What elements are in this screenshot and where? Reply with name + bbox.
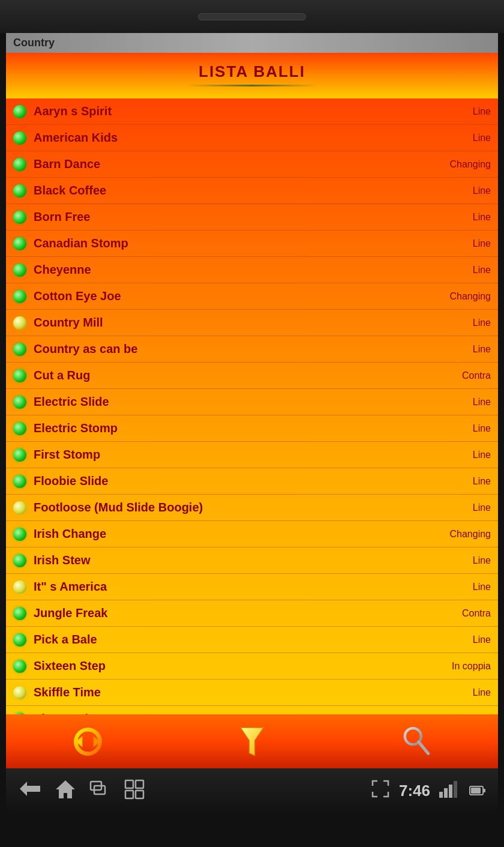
status-dot (13, 607, 26, 620)
status-dot (13, 660, 26, 673)
list-item[interactable]: American KidsLine (6, 125, 498, 151)
dance-type: Line (473, 582, 491, 592)
status-dot (13, 475, 26, 488)
svg-rect-13 (439, 792, 443, 798)
signal-strength (439, 781, 460, 801)
dance-type: Line (473, 212, 491, 223)
status-dot (13, 396, 26, 409)
dance-type: Changing (450, 291, 491, 302)
dance-type: Changing (450, 529, 491, 540)
list-item[interactable]: Sky BumbussContra (6, 706, 498, 714)
dance-name: Born Free (34, 210, 473, 224)
status-dot (13, 369, 26, 382)
list-item[interactable]: Canadian StompLine (6, 231, 498, 257)
dance-name: Electric Stomp (34, 421, 473, 435)
list-item[interactable]: Floobie SlideLine (6, 468, 498, 495)
list-item[interactable]: Jungle FreakContra (6, 600, 498, 627)
dance-list[interactable]: Aaryn s SpiritLineAmerican KidsLineBarn … (6, 98, 498, 714)
list-item[interactable]: Electric StompLine (6, 415, 498, 442)
list-item[interactable]: CheyenneLine (6, 257, 498, 283)
list-item[interactable]: Sixteen StepIn coppia (6, 653, 498, 680)
dance-name: Electric Slide (34, 395, 473, 409)
dance-type: Contra (462, 714, 491, 715)
dance-name: American Kids (34, 131, 473, 145)
list-item[interactable]: Irish ChangeChanging (6, 521, 498, 547)
status-dot (13, 501, 26, 514)
dance-name: Cotton Eye Joe (34, 289, 450, 303)
status-dot (13, 158, 26, 171)
dance-type: Line (473, 423, 491, 434)
category-header: Country (6, 33, 498, 53)
search-button[interactable] (392, 720, 440, 762)
refresh-button[interactable] (64, 720, 112, 762)
status-dot (13, 343, 26, 356)
dance-name: Pick a Bale (34, 633, 473, 647)
dance-type: Line (473, 238, 491, 249)
nav-right: 7:46 (371, 779, 486, 803)
svg-line-4 (419, 741, 428, 753)
dance-type: Line (473, 106, 491, 117)
list-item[interactable]: Electric SlideLine (6, 389, 498, 415)
list-item[interactable]: Skiffle TimeLine (6, 680, 498, 706)
back-button[interactable] (18, 780, 42, 802)
list-item[interactable]: Country as can beLine (6, 336, 498, 363)
device-top-bar (0, 0, 504, 33)
svg-rect-9 (125, 780, 133, 788)
status-dot (13, 264, 26, 277)
list-item[interactable]: Cotton Eye JoeChanging (6, 283, 498, 310)
dance-name: Irish Change (34, 527, 450, 541)
dance-type: Line (473, 185, 491, 196)
battery-icon (469, 782, 486, 801)
svg-rect-19 (483, 789, 485, 792)
list-item[interactable]: Irish StewLine (6, 547, 498, 574)
list-item[interactable]: Born FreeLine (6, 204, 498, 231)
speaker-grille (198, 13, 306, 20)
status-dot (13, 105, 26, 118)
filter-button[interactable] (228, 720, 276, 762)
dance-type: Changing (450, 159, 491, 170)
dance-name: Canadian Stomp (34, 237, 473, 250)
dance-name: Irish Stew (34, 553, 473, 567)
dance-type: Line (473, 687, 491, 698)
list-item[interactable]: Footloose (Mud Slide Boogie)Line (6, 495, 498, 521)
nav-bar: 7:46 (6, 768, 498, 813)
dance-type: Line (473, 634, 491, 645)
list-item[interactable]: Pick a BaleLine (6, 627, 498, 653)
list-item[interactable]: Black CoffeeLine (6, 178, 498, 204)
lista-title: LISTA BALLI (6, 62, 498, 81)
status-dot (13, 713, 26, 715)
dance-name: Sky Bumbuss (34, 712, 462, 714)
grid-button[interactable] (124, 779, 146, 804)
list-item[interactable]: First StompLine (6, 442, 498, 468)
recent-apps-button[interactable] (89, 780, 112, 802)
fullscreen-button[interactable] (371, 779, 390, 803)
dance-name: Footloose (Mud Slide Boogie) (34, 501, 473, 514)
search-icon (401, 725, 431, 758)
status-dot (13, 184, 26, 197)
svg-marker-5 (20, 782, 40, 796)
dance-type: Line (473, 133, 491, 143)
dance-type: Contra (462, 608, 491, 619)
lista-underline (186, 85, 318, 86)
status-dot (13, 131, 26, 145)
dance-name: Jungle Freak (34, 606, 462, 620)
dance-type: Line (473, 476, 491, 487)
dance-type: Line (473, 344, 491, 355)
dance-name: Country Mill (34, 316, 473, 330)
list-item[interactable]: Country MillLine (6, 310, 498, 336)
list-item[interactable]: It" s AmericaLine (6, 574, 498, 600)
svg-marker-2 (241, 728, 263, 756)
svg-marker-6 (56, 780, 75, 798)
status-dot (13, 633, 26, 647)
dance-type: Line (473, 450, 491, 460)
app-container: Country LISTA BALLI Aaryn s SpiritLineAm… (6, 33, 498, 813)
list-item[interactable]: Aaryn s SpiritLine (6, 98, 498, 125)
list-item[interactable]: Cut a RugContra (6, 363, 498, 389)
status-dot (13, 580, 26, 594)
status-dot (13, 237, 26, 250)
home-button[interactable] (54, 779, 77, 804)
refresh-icon (71, 725, 104, 758)
dance-name: Country as can be (34, 342, 473, 356)
dance-type: Line (473, 318, 491, 328)
list-item[interactable]: Barn DanceChanging (6, 151, 498, 178)
